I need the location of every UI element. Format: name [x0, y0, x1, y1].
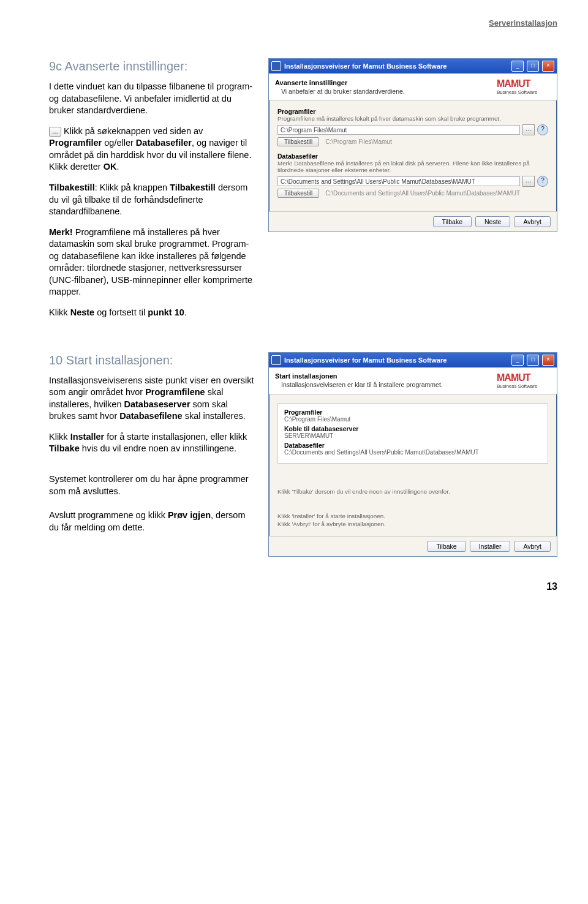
db-path-input[interactable]: C:\Documents and Settings\All Users\Publ… — [277, 176, 520, 186]
install-button[interactable]: Installer — [470, 541, 511, 552]
logo: MAMUT Business Software — [497, 78, 551, 95]
step-10: 10 Start installasjonen: Installasjonsve… — [49, 352, 557, 557]
wizard-header: Avanserte innstillinger Vi anbefaler at … — [269, 73, 557, 100]
step10-p1: Installasjonsveiviserens siste punkt vis… — [49, 375, 256, 423]
db-help-button[interactable]: ? — [537, 176, 548, 187]
prog-path-input[interactable]: C:\Program Files\Mamut — [277, 125, 520, 135]
browse-icon: … — [49, 127, 61, 137]
wiz-header-sub: Installasjonsveiviseren er klar til å in… — [275, 381, 491, 388]
titlebar: Installasjonsveiviser for Mamut Business… — [269, 59, 557, 73]
summ-prog-l: Programfiler — [284, 409, 541, 416]
step9c-p2: … Klikk på søkeknappen ved siden av Prog… — [49, 126, 256, 173]
logo: MAMUT Business Software — [497, 372, 551, 389]
next-button[interactable]: Neste — [475, 216, 510, 227]
wiz-header-title: Start installasjonen — [275, 372, 491, 380]
step10-p2: Klikk Installer for å starte installasjo… — [49, 431, 256, 455]
back-button[interactable]: Tilbake — [433, 216, 472, 227]
wiz-header-title: Avanserte innstillinger — [275, 79, 491, 86]
db-label: Databasefiler — [277, 153, 548, 160]
prog-reset-path: C:\Program Files\Mamut — [325, 138, 391, 145]
step9c-p5: Klikk Neste og fortsett til punkt 10. — [49, 307, 256, 319]
wizard-advanced: Installasjonsveiviser for Mamut Business… — [268, 58, 557, 232]
prog-reset-button[interactable]: Tilbakestill — [277, 137, 319, 146]
titlebar: Installasjonsveiviser for Mamut Business… — [269, 353, 557, 367]
prog-desc: Programfilene må installeres lokalt på h… — [277, 115, 548, 122]
step9c-p3: Tilbakestill: Klikk på knappen Tilbakest… — [49, 182, 256, 218]
section-header: Serverinstallasjon — [49, 18, 557, 28]
prog-help-button[interactable]: ? — [537, 124, 548, 135]
logo-sub: Business Software — [497, 89, 551, 95]
minimize-button[interactable]: _ — [511, 355, 524, 366]
maximize-button[interactable]: □ — [527, 355, 539, 366]
note2: Klikk 'Installer' for å starte installas… — [277, 513, 548, 528]
step9c-title: 9c Avanserte innstillinger: — [49, 58, 256, 75]
step10-p4: Avslutt programmene og klikk Prøv igjen,… — [49, 510, 256, 533]
summ-srv-v: SERVER\MAMUT — [284, 432, 541, 439]
wiz-header-sub: Vi anbefaler at du bruker standardverdie… — [275, 88, 491, 95]
close-button[interactable]: × — [542, 355, 554, 366]
window-title: Installasjonsveiviser for Mamut Business… — [284, 356, 508, 364]
summ-srv-l: Koble til databaseserver — [284, 425, 541, 432]
cancel-button[interactable]: Avbryt — [514, 541, 551, 552]
back-button[interactable]: Tilbake — [427, 541, 466, 552]
wizard-header: Start installasjonen Installasjonsveivis… — [269, 367, 557, 394]
page-number: 13 — [49, 581, 557, 592]
close-button[interactable]: × — [542, 61, 554, 72]
app-icon — [271, 61, 281, 71]
logo-sub: Business Software — [497, 383, 551, 389]
window-title: Installasjonsveiviser for Mamut Business… — [284, 62, 508, 70]
step-9c: 9c Avanserte innstillinger: I dette vind… — [49, 58, 557, 328]
prog-label: Programfiler — [277, 108, 548, 115]
summ-prog-v: C:\Program Files\Mamut — [284, 416, 541, 423]
note1: Klikk 'Tilbake' dersom du vil endre noen… — [277, 488, 548, 496]
db-browse-button[interactable]: … — [522, 176, 535, 187]
summary-box: Programfiler C:\Program Files\Mamut Kobl… — [277, 403, 548, 464]
db-reset-path: C:\Documents and Settings\All Users\Publ… — [325, 190, 520, 197]
summ-db-v: C:\Documents and Settings\All Users\Publ… — [284, 449, 541, 456]
minimize-button[interactable]: _ — [511, 61, 524, 72]
prog-browse-button[interactable]: … — [522, 124, 535, 135]
step10-title: 10 Start installasjonen: — [49, 352, 256, 369]
db-desc: Merk! Databasefilene må installeres på e… — [277, 160, 548, 173]
maximize-button[interactable]: □ — [527, 61, 539, 72]
cancel-button[interactable]: Avbryt — [514, 216, 551, 227]
step10-p3: Systemet kontrollerer om du har åpne pro… — [49, 473, 256, 497]
step9c-p1: I dette vinduet kan du tilpasse filbanen… — [49, 81, 256, 117]
logo-main: MAMUT — [497, 372, 530, 383]
logo-main: MAMUT — [497, 78, 530, 89]
step9c-p4: Merk! Programfilene må installeres på hv… — [49, 227, 256, 298]
db-reset-button[interactable]: Tilbakestill — [277, 189, 319, 198]
wizard-start: Installasjonsveiviser for Mamut Business… — [268, 352, 557, 557]
summ-db-l: Databasefiler — [284, 442, 541, 449]
app-icon — [271, 355, 281, 365]
